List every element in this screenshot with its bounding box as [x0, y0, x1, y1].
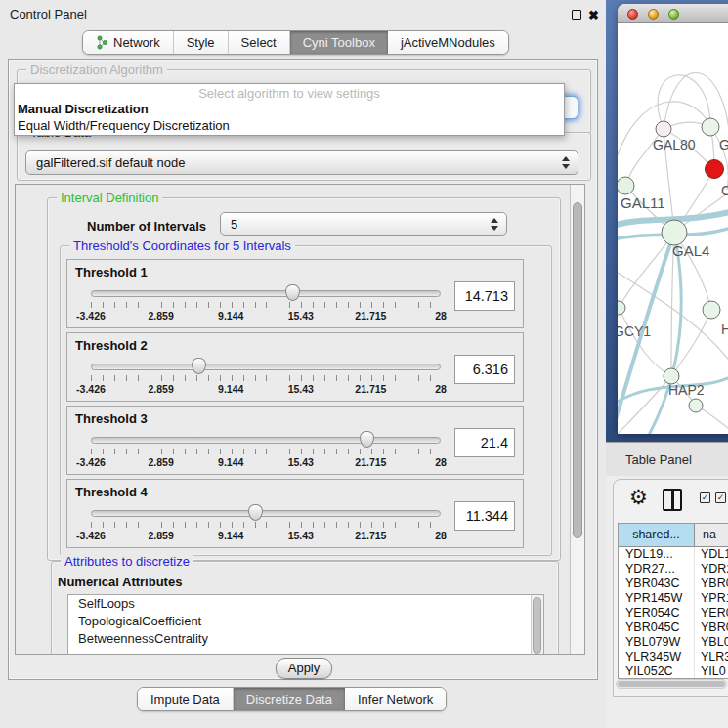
tab-discretize-data[interactable]: Discretize Data	[234, 688, 345, 710]
node-selected-red[interactable]	[706, 160, 724, 179]
table-row[interactable]: YDL19...YDL1	[619, 547, 728, 562]
slider-thumb[interactable]	[285, 284, 300, 301]
tab-jactivemnodules[interactable]: jActiveMNodules	[388, 31, 508, 54]
checkbox-icon[interactable]: ✓	[700, 492, 710, 503]
cell[interactable]: YDR2	[695, 562, 728, 577]
interval-definition-group: Interval Definition Number of Intervals …	[47, 197, 561, 561]
node-unlabeled[interactable]	[689, 399, 703, 412]
threshold-1-value-field[interactable]: 14.713	[454, 281, 515, 311]
cell[interactable]: YBR043C	[619, 577, 695, 591]
tab-cyni-toolbox[interactable]: Cyni Toolbox	[290, 31, 388, 54]
close-traffic-light[interactable]	[627, 9, 638, 20]
float-window-icon[interactable]	[572, 10, 581, 20]
dropdown-option-manual-discretization[interactable]: Manual Discretization	[15, 101, 564, 117]
node-gcy1[interactable]	[618, 301, 625, 315]
settings-scrollbar[interactable]	[570, 185, 584, 654]
number-of-intervals-combobox[interactable]: 5	[220, 212, 507, 236]
cell[interactable]: YBR045C	[619, 621, 695, 635]
list-item[interactable]: TopologicalCoefficient	[68, 613, 543, 630]
cell[interactable]: YDL1	[695, 547, 728, 562]
list-item[interactable]: SelfLoops	[68, 595, 543, 613]
scrollbar-thumb[interactable]	[573, 202, 582, 538]
cell[interactable]: YDR27...	[619, 562, 695, 577]
slider-thumb[interactable]	[192, 358, 206, 374]
cell[interactable]: YBR0	[695, 577, 728, 591]
tab-impute-data[interactable]: Impute Data	[138, 688, 234, 710]
cell[interactable]: YER054C	[619, 606, 695, 621]
table-data-group: Table Data galFiltered.sif default node	[17, 132, 591, 181]
table-row[interactable]: YDR27...YDR2	[619, 562, 728, 577]
threshold-4-value-field[interactable]: 11.344	[454, 501, 515, 531]
cell[interactable]: YLR3	[695, 650, 728, 664]
split-columns-icon[interactable]	[663, 489, 682, 511]
table-row[interactable]: YER054CYER0	[619, 606, 728, 621]
slider-ticks	[91, 449, 442, 454]
minimize-traffic-light[interactable]	[648, 9, 659, 20]
list-scrollbar[interactable]	[531, 595, 543, 655]
node-partial-top-right[interactable]	[702, 118, 719, 136]
group-title-attributes: Attributes to discretize	[61, 554, 193, 569]
cell[interactable]: YPR145W	[619, 591, 695, 606]
threshold-1-label: Threshold 1	[75, 265, 148, 279]
cell[interactable]: YER0	[695, 606, 728, 621]
threshold-2-label: Threshold 2	[75, 338, 148, 353]
tab-infer-network[interactable]: Infer Network	[345, 688, 446, 710]
table-row[interactable]: YLR345WYLR3	[619, 650, 728, 664]
cyni-toolbox-panel: Discretization Algorithm Select algorith…	[8, 59, 598, 680]
apply-button[interactable]: Apply	[276, 658, 332, 679]
table-row[interactable]: YBR043CYBR0	[619, 577, 728, 591]
network-window-titlebar[interactable]	[618, 4, 728, 23]
network-canvas[interactable]: GAL80 GA C GAL11 GAL4 GCY1 H HAP2	[618, 23, 728, 434]
tab-network[interactable]: Network	[83, 31, 174, 54]
node-label-gal11: GAL11	[621, 194, 665, 211]
cell[interactable]: YLR345W	[619, 650, 695, 664]
slider-ticks	[91, 302, 442, 308]
table-row[interactable]: YPR145WYPR1	[619, 591, 728, 606]
node-label-gcy1: GCY1	[618, 323, 651, 339]
threshold-2-slider[interactable]: -3.426 2.859 9.144 15.43 21.715 28	[91, 357, 441, 400]
attributes-to-discretize-group: Attributes to discretize Numerical Attri…	[51, 561, 559, 655]
node-gal11[interactable]	[618, 177, 634, 194]
right-pane: GAL80 GA C GAL11 GAL4 GCY1 H HAP2 Table …	[606, 0, 728, 728]
thresholds-coordinates-group: Threshold's Coordinates for 5 Intervals …	[60, 245, 552, 556]
network-nodes[interactable]	[618, 118, 724, 412]
close-icon[interactable]: ✖	[588, 8, 599, 22]
dropdown-option-equal-width-frequency[interactable]: Equal Width/Frequency Discretization	[15, 117, 564, 134]
cell[interactable]: YBR0	[695, 621, 728, 635]
threshold-1-slider[interactable]: -3.426 2.859 9.144 15.43 21.715 28	[91, 283, 441, 326]
scrollbar-thumb[interactable]	[533, 597, 541, 654]
table-row[interactable]: YBR045CYBR0	[619, 621, 728, 635]
slider-ticks	[91, 375, 442, 381]
gear-icon[interactable]: ⚙	[629, 486, 648, 509]
node-partial-low-right[interactable]	[703, 301, 720, 319]
threshold-2-value-field[interactable]: 6.316	[454, 355, 515, 384]
table-horizontal-scrollbar[interactable]	[616, 679, 727, 689]
cell[interactable]: YBL0	[695, 635, 728, 650]
table-row[interactable]: YBL079WYBL0	[619, 635, 728, 650]
slider-track[interactable]	[91, 364, 441, 370]
checkbox-icon[interactable]: ✓	[715, 492, 726, 503]
cell[interactable]: YDL19...	[619, 547, 695, 562]
slider-thumb[interactable]	[360, 431, 374, 448]
tab-select[interactable]: Select	[229, 31, 290, 54]
list-item[interactable]: BetweennessCentrality	[68, 630, 543, 648]
cell[interactable]: YIL052C	[619, 664, 695, 679]
threshold-3-slider[interactable]: -3.426 2.859 9.144 15.43 21.715 28	[91, 430, 441, 473]
threshold-3-value-field[interactable]: 21.4	[454, 428, 515, 457]
column-header-name[interactable]: na	[695, 524, 728, 546]
slider-thumb[interactable]	[248, 504, 263, 521]
threshold-4-slider[interactable]: -3.426 2.859 9.144 15.43 21.715 28	[91, 503, 441, 546]
table-data-combobox[interactable]: galFiltered.sif default node	[25, 150, 578, 175]
node-gal80[interactable]	[656, 121, 671, 137]
cell[interactable]: YPR1	[695, 591, 728, 606]
slider-track[interactable]	[91, 510, 441, 517]
cell[interactable]: YIL0	[695, 664, 728, 679]
table-row[interactable]: YIL052CYIL0	[619, 664, 728, 679]
zoom-traffic-light[interactable]	[668, 9, 679, 20]
slider-track[interactable]	[91, 437, 441, 444]
scrollbar-thumb[interactable]	[618, 681, 725, 687]
column-header-shared-name[interactable]: shared...	[619, 524, 695, 546]
slider-track[interactable]	[91, 290, 441, 297]
tab-style[interactable]: Style	[174, 31, 229, 54]
cell[interactable]: YBL079W	[619, 635, 695, 650]
